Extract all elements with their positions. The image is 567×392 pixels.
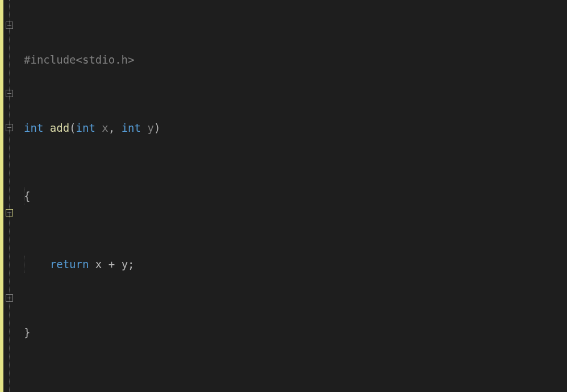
keyword: int — [76, 119, 95, 136]
code-line[interactable]: { — [24, 187, 567, 205]
keyword: int — [24, 119, 43, 136]
code-line[interactable]: return x + y; — [24, 256, 567, 273]
param: x — [95, 119, 109, 136]
paren: ( — [69, 119, 76, 136]
paren: ) — [154, 119, 160, 136]
operator: + — [109, 256, 115, 273]
code-editor[interactable]: #include<stdio.h> int add(int x, int y) … — [0, 0, 567, 392]
brace: } — [24, 324, 30, 341]
param: y — [141, 119, 154, 136]
comma: , — [109, 119, 115, 136]
gutter — [0, 0, 24, 392]
header-name: <stdio.h> — [76, 51, 135, 68]
preproc-directive: #include — [24, 51, 76, 68]
brace: { — [24, 187, 30, 205]
function-name: add — [50, 119, 69, 136]
keyword: return — [50, 256, 89, 273]
keyword: int — [115, 119, 141, 136]
expr: y — [115, 256, 128, 273]
semicolon: ; — [128, 256, 134, 273]
code-line[interactable]: #include<stdio.h> — [24, 51, 567, 68]
expr: x — [89, 256, 108, 273]
code-line[interactable]: } — [24, 324, 567, 341]
code-line[interactable]: int add(int x, int y) — [24, 119, 567, 136]
code-area[interactable]: #include<stdio.h> int add(int x, int y) … — [24, 0, 567, 392]
